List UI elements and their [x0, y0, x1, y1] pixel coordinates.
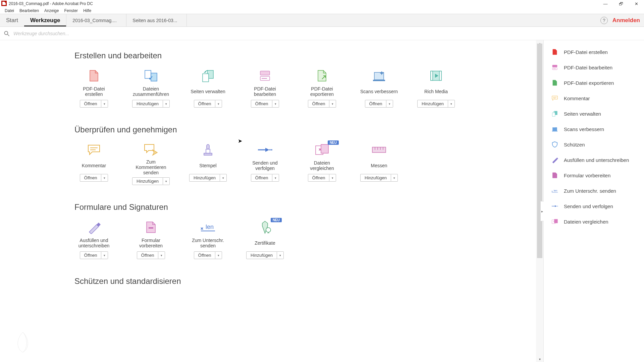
svg-point-51: [557, 206, 558, 206]
scan-enhance-icon: [551, 125, 558, 133]
tool-create-pdf[interactable]: PDF-Datei erstellenÖffnen▾: [74, 68, 113, 108]
open-button[interactable]: Öffnen: [251, 174, 273, 182]
tool-organize[interactable]: Seiten verwaltenÖffnen▾: [189, 68, 227, 108]
menu-bar: Datei Bearbeiten Anzeige Fenster Hilfe: [0, 7, 644, 14]
menu-fenster[interactable]: Fenster: [61, 8, 80, 14]
rp-rp-edit[interactable]: PDF-Datei bearbeiten: [544, 60, 644, 75]
rp-rp-organize[interactable]: Seiten verwalten: [544, 106, 644, 121]
scrollbar-arrow-down-icon[interactable]: ▾: [536, 356, 543, 362]
open-button[interactable]: Öffnen: [80, 100, 102, 108]
tool-certificates[interactable]: NEUZertifikateHinzufügen▾: [246, 220, 284, 259]
open-button[interactable]: Öffnen: [251, 100, 273, 108]
rp-rp-sendsign[interactable]: lenZum Unterschr. senden: [544, 183, 644, 198]
chevron-down-icon[interactable]: ▾: [163, 100, 170, 108]
tab-document-2[interactable]: Seiten aus 2016-03...: [126, 14, 187, 26]
tool-send-comments[interactable]: Zum Kommentieren sendenHinzufügen▾: [131, 142, 170, 185]
add-button[interactable]: Hinzufügen: [360, 174, 391, 182]
tool-label: Dateien vergleichen: [303, 159, 341, 172]
tab-start[interactable]: Start: [0, 14, 24, 26]
svg-rect-6: [203, 74, 209, 82]
rp-rp-compare[interactable]: Dateien vergleichen: [544, 214, 644, 229]
tool-combine[interactable]: Dateien zusammenführenHinzufügen▾: [131, 68, 170, 108]
tool-fill-sign[interactable]: Ausfüllen und unterschreibenÖffnen▾: [74, 220, 113, 259]
send-sign-icon: len: [199, 220, 217, 235]
window-maximize-button[interactable]: 🗗: [613, 0, 629, 7]
tool-comment[interactable]: KommentarÖffnen▾: [74, 142, 113, 185]
rp-rp-fillsign[interactable]: Ausfüllen und unterschreiben: [544, 152, 644, 168]
open-button[interactable]: Öffnen: [194, 100, 216, 108]
svg-point-24: [271, 149, 272, 150]
prepare-form-icon: [551, 172, 558, 179]
svg-rect-7: [260, 71, 270, 75]
tool-compare[interactable]: NEUDateien vergleichenÖffnen▾: [303, 142, 341, 185]
rp-rp-comment[interactable]: Kommentar: [544, 90, 644, 106]
chevron-down-icon[interactable]: ▾: [386, 100, 393, 108]
svg-point-23: [269, 149, 271, 150]
collapse-handle-icon[interactable]: ▸: [540, 201, 544, 221]
window-minimize-button[interactable]: —: [598, 0, 613, 7]
chevron-down-icon[interactable]: ▾: [215, 100, 222, 108]
search-input[interactable]: [13, 31, 215, 36]
chevron-down-icon[interactable]: ▾: [101, 100, 108, 108]
window-close-button[interactable]: ✕: [629, 0, 644, 7]
rp-rp-protect[interactable]: Schützen: [544, 137, 644, 152]
svg-rect-45: [554, 175, 556, 176]
rp-label: Dateien vergleichen: [564, 219, 608, 225]
menu-bearbeiten[interactable]: Bearbeiten: [17, 8, 42, 14]
tool-enhance-scans[interactable]: Scans verbessernÖffnen▾: [360, 68, 398, 108]
add-button[interactable]: Hinzufügen: [132, 177, 163, 185]
chevron-down-icon[interactable]: ▾: [277, 251, 284, 259]
tool-edit-pdf[interactable]: PDF-Datei bearbeitenÖffnen▾: [246, 68, 284, 108]
help-icon[interactable]: ?: [600, 17, 608, 24]
rp-rp-sendtrk[interactable]: Senden und verfolgen: [544, 198, 644, 214]
chevron-down-icon[interactable]: ▾: [220, 174, 227, 182]
rp-label: Kommentar: [564, 96, 590, 101]
chevron-down-icon[interactable]: ▾: [448, 100, 455, 108]
tool-export-pdf[interactable]: PDF-Datei exportierenÖffnen▾: [303, 68, 341, 108]
tool-stamp[interactable]: StempelHinzufügen▾: [189, 142, 227, 185]
open-button[interactable]: Öffnen: [80, 251, 102, 259]
chevron-down-icon[interactable]: ▾: [163, 177, 170, 185]
open-button[interactable]: Öffnen: [80, 174, 102, 182]
add-button[interactable]: Hinzufügen: [132, 100, 163, 108]
svg-rect-44: [552, 131, 557, 131]
tool-send-track[interactable]: Senden und verfolgenÖffnen▾: [246, 142, 284, 185]
chevron-down-icon[interactable]: ▾: [329, 174, 336, 182]
add-button[interactable]: Hinzufügen: [189, 174, 220, 182]
tool-rich-media[interactable]: Rich MediaHinzufügen▾: [417, 68, 455, 108]
chevron-down-icon[interactable]: ▾: [101, 251, 108, 259]
rp-rp-prepform[interactable]: Formular vorbereiten: [544, 168, 644, 183]
tab-werkzeuge[interactable]: Werkzeuge: [24, 14, 66, 26]
signin-link[interactable]: Anmelden: [612, 17, 640, 24]
menu-datei[interactable]: Datei: [2, 8, 17, 14]
rp-rp-create[interactable]: PDF-Datei erstellen: [544, 44, 644, 60]
chevron-down-icon[interactable]: ▾: [272, 174, 279, 182]
chevron-down-icon[interactable]: ▾: [158, 251, 165, 259]
section-title: Überprüfen und genehmigen: [74, 125, 536, 134]
svg-rect-11: [373, 80, 385, 81]
chevron-down-icon[interactable]: ▾: [101, 174, 108, 182]
tool-measure[interactable]: MessenHinzufügen▾: [360, 142, 398, 185]
rp-rp-export[interactable]: PDF-Datei exportieren: [544, 75, 644, 90]
open-button[interactable]: Öffnen: [365, 100, 387, 108]
chevron-down-icon[interactable]: ▾: [215, 251, 222, 259]
chevron-down-icon[interactable]: ▾: [272, 100, 279, 108]
scrollbar-thumb[interactable]: [537, 44, 542, 258]
open-button[interactable]: Öffnen: [308, 100, 330, 108]
menu-anzeige[interactable]: Anzeige: [42, 8, 61, 14]
tab-document-1[interactable]: 2016-03_Commag....: [66, 14, 126, 26]
menu-hilfe[interactable]: Hilfe: [80, 8, 94, 14]
tool-send-sign[interactable]: lenZum Unterschr. sendenÖffnen▾: [189, 220, 227, 259]
tool-label: PDF-Datei bearbeiten: [246, 85, 284, 98]
open-button[interactable]: Öffnen: [194, 251, 216, 259]
rp-rp-enhance[interactable]: Scans verbessern: [544, 121, 644, 137]
tool-prepare-form[interactable]: Formular vorbereitenÖffnen▾: [131, 220, 170, 259]
open-button[interactable]: Öffnen: [137, 251, 159, 259]
open-button[interactable]: Öffnen: [308, 174, 330, 182]
add-button[interactable]: Hinzufügen: [246, 251, 277, 259]
add-button[interactable]: Hinzufügen: [417, 100, 448, 108]
chevron-down-icon[interactable]: ▾: [391, 174, 398, 182]
chevron-down-icon[interactable]: ▾: [329, 100, 336, 108]
fill-sign-icon: [85, 220, 103, 235]
send-track-icon: [256, 142, 274, 157]
